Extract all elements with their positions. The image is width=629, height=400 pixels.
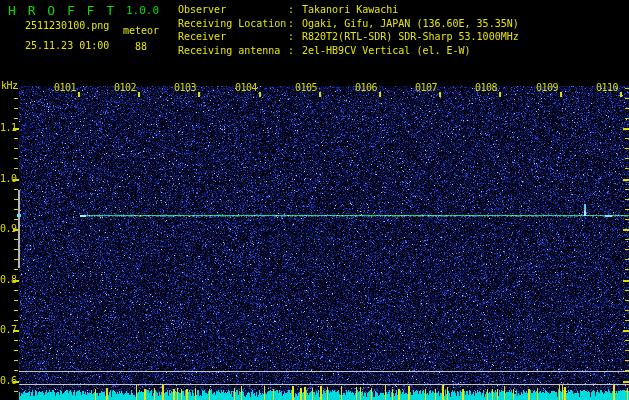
time-tick-label: 0101 xyxy=(54,82,76,94)
echo-count: 88 xyxy=(135,41,147,53)
mode-label: meteor xyxy=(123,25,159,37)
app-title: H R O F F T xyxy=(8,3,116,18)
time-tick-label: 0104 xyxy=(235,82,257,94)
freq-tick-label: 1.1 xyxy=(0,122,17,134)
station-row-value: Takanori Kawachi xyxy=(302,4,398,16)
freq-tick-label: 1.0 xyxy=(0,173,17,185)
station-row-separator: : xyxy=(288,31,294,43)
time-tick-label: 0105 xyxy=(295,82,317,94)
station-row-label: Receiver xyxy=(178,31,226,43)
freq-tick-label: 0.6 xyxy=(0,375,17,387)
time-tick-label: 0107 xyxy=(415,82,437,94)
hrofft-window: H R O F F T 1.0.0 2511230100.png meteor … xyxy=(0,0,629,400)
time-tick-label: 0109 xyxy=(536,82,558,94)
station-row-value: Ogaki, Gifu, JAPAN (136.60E, 35.35N) xyxy=(302,18,519,30)
station-row-separator: : xyxy=(288,45,294,57)
time-tick-label: 0106 xyxy=(355,82,377,94)
freq-tick-label: 0.9 xyxy=(0,223,17,235)
station-row-value: R820T2(RTL-SDR) SDR-Sharp 53.1000MHz xyxy=(302,31,519,43)
freq-tick-label: 0.7 xyxy=(0,324,17,336)
time-tick-label: 0103 xyxy=(174,82,196,94)
station-row-separator: : xyxy=(288,18,294,30)
station-row-label: Receiving Location xyxy=(178,18,286,30)
station-row-value: 2el-HB9CV Vertical (el. E-W) xyxy=(302,45,471,57)
app-version: 1.0.0 xyxy=(126,5,159,17)
time-tick-label: 0108 xyxy=(475,82,497,94)
station-row-separator: : xyxy=(288,4,294,16)
station-row-label: Receiving antenna xyxy=(178,45,280,57)
capture-datetime: 25.11.23 01:00 xyxy=(25,40,109,52)
freq-axis-unit-label: kHz xyxy=(1,80,18,92)
station-row-label: Observer xyxy=(178,4,226,16)
time-tick-label: 0110 xyxy=(596,82,618,94)
freq-tick-label: 0.8 xyxy=(0,274,17,286)
spectrogram-canvas xyxy=(0,0,629,400)
capture-filename: 2511230100.png xyxy=(25,20,109,32)
time-tick-label: 0102 xyxy=(114,82,136,94)
